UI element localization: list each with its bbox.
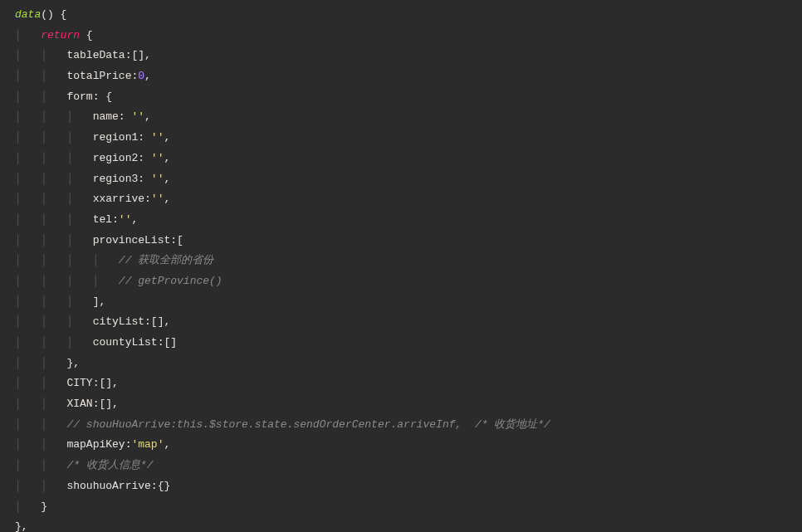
code-token: shouhuoArrive (66, 480, 150, 492)
code-token: │ │ (15, 398, 66, 410)
code-token: │ │ │ (15, 213, 93, 226)
code-line: │ │ │ tel:'', (0, 210, 802, 231)
code-token: () { (41, 8, 66, 21)
code-token: │ │ (15, 459, 66, 471)
code-token: '' (151, 193, 164, 205)
code-line: │ │ │ region3: '', (0, 169, 802, 190)
code-token: :{} (151, 480, 170, 492)
code-line: │ │ shouhuoArrive:{} (0, 476, 802, 497)
code-line: │ │ XIAN:[], (0, 394, 802, 415)
code-line: │ │ │ │ // 获取全部的省份 (0, 251, 802, 271)
code-token: │ │ (15, 377, 66, 389)
code-token: : (112, 213, 119, 226)
code-line: │ │ │ name: '', (0, 107, 802, 128)
code-token: │ │ (15, 357, 66, 369)
code-token: │ │ │ (15, 234, 93, 246)
code-token: │ │ (15, 438, 66, 451)
code-line: }, (0, 517, 802, 532)
code-line: │ │ CITY:[], (0, 373, 802, 394)
code-token: , (164, 173, 170, 185)
code-line: │ │ form: { (0, 87, 802, 108)
code-token: :[], (144, 315, 170, 328)
code-line: │ │ │ region2: '', (0, 149, 802, 169)
code-token: │ │ │ (15, 173, 93, 185)
code-token: mapApiKey (66, 438, 125, 451)
code-token: provinceList (93, 234, 171, 246)
code-token: : { (93, 90, 112, 103)
code-editor-view: data() { │ return { │ │ tableData:[], │ … (0, 5, 802, 532)
code-token: : (138, 131, 151, 144)
code-token: │ │ │ (15, 315, 93, 328)
code-token: form (66, 90, 92, 103)
code-line: │ │ totalPrice:0, (0, 66, 802, 87)
code-token: /* 收货人信息*/ (66, 459, 153, 471)
code-token: :[ (170, 234, 183, 246)
code-token: xxarrive (93, 193, 144, 205)
code-token: , (164, 438, 170, 451)
code-token: │ │ │ (15, 152, 93, 164)
code-line: │ return { (0, 26, 802, 46)
code-token: } (41, 500, 47, 513)
code-token: // 获取全部的省份 (119, 254, 213, 266)
code-line: │ │ // shouHuoArrive:this.$store.state.s… (0, 415, 802, 436)
code-token: │ (15, 29, 41, 41)
code-token: │ │ (15, 49, 66, 61)
code-token: , (144, 70, 151, 82)
code-token: │ │ │ │ (15, 275, 119, 287)
code-line: │ │ mapApiKey:'map', (0, 435, 802, 456)
code-token: tel (93, 213, 112, 226)
code-token: countyList (93, 336, 158, 349)
code-token: tableData (66, 49, 125, 61)
code-token: }, (15, 520, 28, 532)
code-token: : (119, 110, 132, 123)
code-token: return (41, 29, 80, 41)
code-token: { (80, 29, 93, 41)
code-token: '' (151, 173, 164, 185)
code-token: region3 (93, 173, 139, 185)
code-line: │ } (0, 497, 802, 518)
code-line: │ │ │ region1: '', (0, 128, 802, 149)
code-token: ], (93, 295, 106, 308)
code-token: :[], (125, 49, 151, 61)
code-line: │ │ │ cityList:[], (0, 312, 802, 333)
code-token: , (164, 152, 170, 164)
code-token: // getProvince() (119, 275, 223, 287)
code-token: │ │ │ │ (15, 254, 119, 266)
code-line: │ │ │ countyList:[] (0, 333, 802, 354)
code-token: data (15, 8, 41, 21)
code-token: :[], (93, 377, 119, 389)
code-token: │ │ (15, 90, 66, 103)
code-token: : (138, 173, 151, 185)
code-token: , (164, 193, 170, 205)
code-line: │ │ │ provinceList:[ (0, 231, 802, 251)
code-token: CITY (66, 377, 92, 389)
code-token: '' (119, 213, 132, 226)
code-token: │ │ │ (15, 193, 93, 205)
code-token: name (93, 110, 119, 123)
code-token: │ │ (15, 418, 66, 431)
code-token: │ │ (15, 70, 66, 82)
code-token: │ │ │ (15, 295, 93, 308)
code-token: │ │ │ (15, 336, 93, 349)
code-token: region1 (93, 131, 139, 144)
code-line: │ │ tableData:[], (0, 46, 802, 66)
code-token: : (144, 193, 151, 205)
code-token: 0 (138, 70, 144, 82)
code-token: │ │ │ (15, 131, 93, 144)
code-line: │ │ │ xxarrive:'', (0, 189, 802, 210)
code-token: │ │ (15, 480, 66, 492)
code-token: cityList (93, 315, 144, 328)
code-token: '' (151, 152, 164, 164)
code-token: , (144, 110, 151, 123)
code-token: '' (151, 131, 164, 144)
code-line: │ │ /* 收货人信息*/ (0, 456, 802, 476)
code-line: │ │ }, (0, 354, 802, 374)
code-token: XIAN (66, 398, 92, 410)
code-token: : (138, 152, 151, 164)
code-token: region2 (93, 152, 139, 164)
code-token: │ (15, 500, 41, 513)
code-token: '' (131, 110, 144, 123)
code-line: data() { (0, 5, 802, 26)
code-line: │ │ │ ], (0, 292, 802, 313)
code-token: totalPrice (66, 70, 131, 82)
